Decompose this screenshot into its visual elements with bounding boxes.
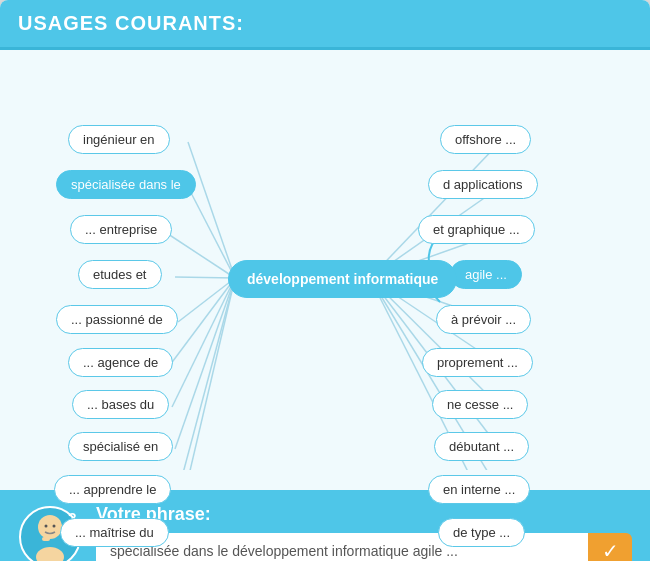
chip-bases[interactable]: ... bases du (72, 390, 169, 419)
chip-ingenieur[interactable]: ingénieur en (68, 125, 170, 154)
chip-maitrise[interactable]: ... maîtrise du (60, 518, 169, 547)
chip-interne[interactable]: en interne ... (428, 475, 530, 504)
chip-aprevoir[interactable]: à prévoir ... (436, 305, 531, 334)
chip-passionne[interactable]: ... passionné de (56, 305, 178, 334)
svg-point-25 (45, 524, 48, 527)
svg-rect-23 (42, 537, 50, 541)
chip-specialise[interactable]: spécialisé en (68, 432, 173, 461)
chip-entreprise[interactable]: ... entreprise (70, 215, 172, 244)
page-title: USAGES COURANTS: (18, 12, 244, 34)
svg-line-3 (175, 277, 235, 278)
svg-point-21 (38, 515, 62, 539)
chip-graphique[interactable]: et graphique ... (418, 215, 535, 244)
chip-agence[interactable]: ... agence de (68, 348, 173, 377)
chip-agile[interactable]: agile ... (450, 260, 522, 289)
phrase-submit-button[interactable]: ✓ (588, 533, 632, 561)
svg-line-1 (188, 187, 235, 278)
chip-etudes[interactable]: etudes et (78, 260, 162, 289)
center-node[interactable]: développement informatique (228, 260, 457, 298)
chip-apprendre[interactable]: ... apprendre le (54, 475, 171, 504)
svg-line-6 (172, 278, 235, 407)
chip-specialisee[interactable]: spécialisée dans le (56, 170, 196, 199)
chip-proprement[interactable]: proprement ... (422, 348, 533, 377)
chip-type[interactable]: de type ... (438, 518, 525, 547)
main-area: développement informatique ingénieur en … (0, 50, 650, 490)
svg-point-26 (53, 524, 56, 527)
mind-map: développement informatique ingénieur en … (10, 70, 640, 470)
svg-line-10 (370, 142, 500, 278)
svg-line-7 (175, 278, 235, 449)
svg-line-8 (178, 278, 235, 470)
svg-line-4 (178, 278, 235, 322)
chip-necesse[interactable]: ne cesse ... (432, 390, 528, 419)
svg-line-5 (170, 278, 235, 365)
phrase-input-row: ✓ (96, 533, 632, 561)
svg-line-2 (165, 232, 235, 278)
check-icon: ✓ (602, 539, 619, 561)
votre-phrase-label: Votre phrase: (96, 504, 632, 525)
svg-line-9 (175, 278, 235, 470)
svg-line-0 (188, 142, 235, 278)
chip-dapp[interactable]: d applications (428, 170, 538, 199)
footer-right: Votre phrase: ✓ (96, 504, 632, 561)
chip-debutant[interactable]: débutant ... (434, 432, 529, 461)
header: USAGES COURANTS: (0, 0, 650, 50)
app-container: USAGES COURANTS: (0, 0, 650, 561)
chip-offshore[interactable]: offshore ... (440, 125, 531, 154)
